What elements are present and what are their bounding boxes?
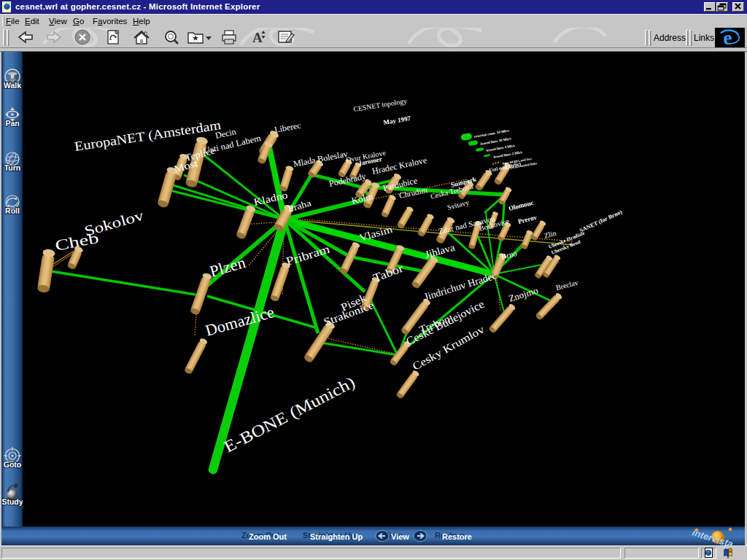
svg-text:Prerov: Prerov <box>517 214 538 225</box>
svg-text:leased lines 2 Mb/s: leased lines 2 Mb/s <box>493 150 522 159</box>
svg-text:Zoom Out: Zoom Out <box>249 532 287 541</box>
svg-text:Restore: Restore <box>442 532 472 541</box>
svg-text:A: A <box>252 30 263 45</box>
svg-text:Svitavy: Svitavy <box>446 198 470 211</box>
svg-text:SANET (for Brno): SANET (for Brno) <box>578 209 623 234</box>
svg-text:Address: Address <box>654 33 686 43</box>
svg-text:Breclav: Breclav <box>555 279 579 292</box>
svg-text:external conn. 34 Mb/s: external conn. 34 Mb/s <box>473 129 509 139</box>
svg-text:May 1997: May 1997 <box>383 114 411 126</box>
svg-text:Plzen: Plzen <box>208 253 248 281</box>
svg-text:View: View <box>391 532 409 541</box>
svg-text:leased lines 4 Mb/s: leased lines 4 Mb/s <box>486 144 515 152</box>
svg-text:Liberec: Liberec <box>274 120 302 135</box>
svg-text:Goto: Goto <box>4 460 22 469</box>
svg-text:Turn: Turn <box>4 163 21 172</box>
svg-text:Jindrichuv Hradec: Jindrichuv Hradec <box>422 270 498 302</box>
svg-text:CESNET topology: CESNET topology <box>353 97 408 113</box>
svg-text:Olomouc: Olomouc <box>508 199 534 212</box>
svg-text:Roll: Roll <box>5 206 20 215</box>
svg-text:Domazlice: Domazlice <box>204 303 276 340</box>
svg-text:Pan: Pan <box>5 119 19 128</box>
svg-text:Zlin: Zlin <box>543 229 557 240</box>
svg-text:Brno: Brno <box>500 249 519 261</box>
svg-text:Straighten Up: Straighten Up <box>310 532 363 541</box>
svg-text:Study: Study <box>1 497 23 506</box>
svg-text:Ceske Budejovice: Ceske Budejovice <box>404 298 487 348</box>
svg-text:Links: Links <box>694 33 714 43</box>
svg-text:Walk: Walk <box>4 81 21 90</box>
